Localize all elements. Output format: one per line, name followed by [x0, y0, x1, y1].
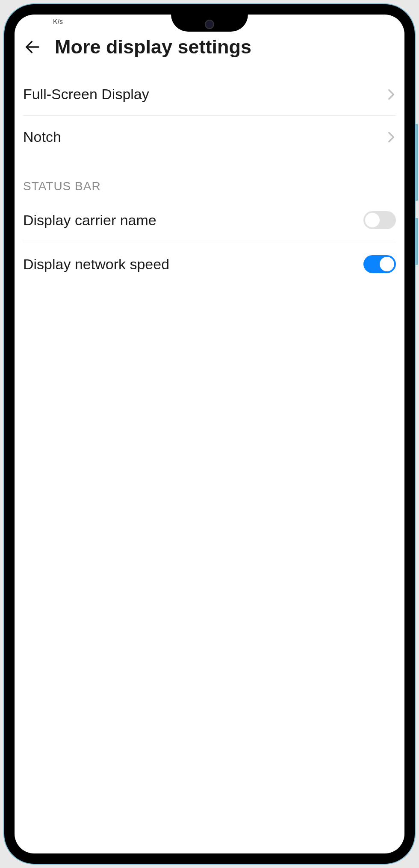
toggle-carrier-name[interactable] [363, 211, 396, 229]
item-full-screen-display[interactable]: Full-Screen Display [23, 73, 396, 116]
phone-inner-frame: K/s More display settings Full-Screen Di… [9, 9, 410, 859]
toggle-network-speed[interactable] [363, 255, 396, 273]
power-button [416, 218, 418, 265]
item-label: Notch [23, 129, 61, 145]
chevron-right-icon [387, 90, 396, 99]
phone-notch [171, 15, 248, 32]
volume-button [416, 124, 418, 201]
status-speed-indicator: K/s [53, 18, 63, 26]
section-header-status-bar: STATUS BAR [23, 158, 396, 198]
item-display-network-speed[interactable]: Display network speed [23, 242, 396, 286]
item-label: Display carrier name [23, 212, 156, 229]
chevron-right-icon [387, 132, 396, 142]
item-notch[interactable]: Notch [23, 116, 396, 158]
item-label: Display network speed [23, 256, 169, 273]
item-label: Full-Screen Display [23, 86, 149, 103]
back-arrow-icon [24, 39, 41, 55]
toggle-knob [365, 213, 380, 227]
settings-list: Full-Screen Display Notch S [15, 73, 404, 286]
page-title: More display settings [55, 36, 251, 58]
item-display-carrier-name[interactable]: Display carrier name [23, 198, 396, 242]
phone-frame: K/s More display settings Full-Screen Di… [4, 4, 415, 864]
toggle-knob [380, 257, 394, 271]
side-buttons [416, 124, 418, 282]
screen: K/s More display settings Full-Screen Di… [15, 15, 404, 853]
back-button[interactable] [23, 38, 42, 56]
